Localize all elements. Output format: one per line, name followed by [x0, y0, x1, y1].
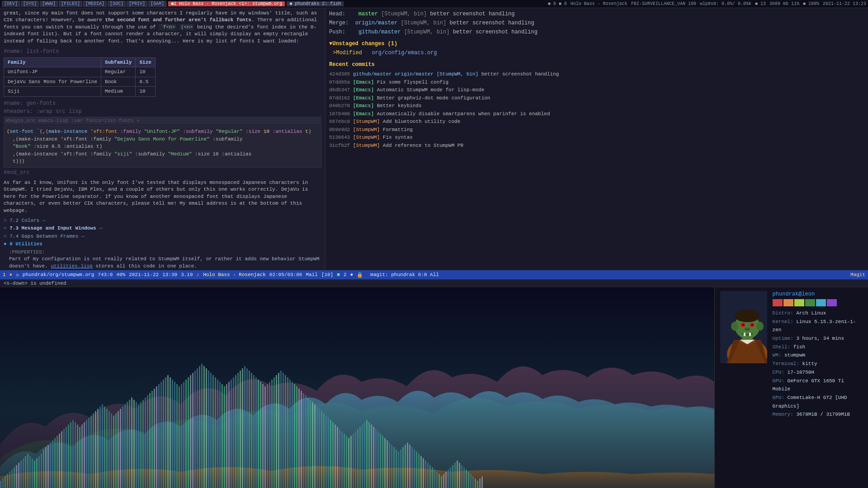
svg-rect-145 — [326, 416, 327, 488]
mail-label: Mail — [306, 272, 317, 277]
swatch-green — [805, 299, 815, 306]
commit-tags-6: [StumpWM] — [353, 119, 383, 124]
tag-soc[interactable]: [SOC] — [108, 1, 126, 7]
commit-line-2[interactable]: d6db347 [Emacs] Automatic StumpWM mode f… — [329, 86, 864, 94]
svg-rect-112 — [251, 373, 252, 488]
echo-message: <s-down> is undefined — [4, 281, 66, 286]
svg-rect-203 — [457, 460, 458, 488]
font-table: FamilySubfamilySize Unifont-JPRegular10 … — [4, 57, 156, 97]
commit-tags-9: [StumpWM] — [353, 143, 383, 148]
unstaged-header[interactable]: ▼Unstaged changes (1) — [329, 40, 864, 48]
lisp-backtick: `(,( — [37, 129, 48, 134]
svg-rect-14 — [29, 456, 31, 488]
svg-rect-84 — [188, 377, 189, 488]
magit-push-line: Push: github/master [StumpWM, bin] bette… — [329, 28, 864, 36]
modified-line[interactable]: >Modified org/config/emacs.org — [329, 49, 864, 57]
svg-rect-148 — [332, 422, 334, 488]
svg-rect-111 — [249, 371, 250, 488]
uptime-label: Uptime: — [773, 336, 793, 341]
commit-line-8[interactable]: 5138643 [StumpWM] Fix syntax — [329, 134, 864, 141]
svg-rect-65 — [145, 398, 146, 488]
commit-msg-9: Add reference to StumpWM PR — [383, 143, 463, 148]
svg-rect-155 — [348, 438, 349, 488]
magit-panel[interactable]: Head: master [StumpWM, bin] better scree… — [326, 8, 868, 270]
svg-rect-156 — [350, 436, 352, 488]
svg-rect-54 — [120, 409, 121, 488]
window-label: Holo Bass - Rosenjack — [571, 1, 627, 6]
tag-www[interactable]: [WWW] — [40, 1, 58, 7]
nav-item-73[interactable]: ○ 7.3 Message and Input Windows → — [4, 225, 321, 232]
commit-line-4[interactable]: d48b270 [Emacs] Better keybinds — [329, 102, 864, 110]
svg-rect-97 — [217, 380, 218, 488]
svg-rect-160 — [359, 427, 361, 488]
tag-sys[interactable]: [SYS] — [21, 1, 39, 7]
tag-files[interactable]: [FILES] — [59, 1, 82, 7]
svg-rect-182 — [409, 445, 410, 488]
svg-rect-158 — [355, 432, 356, 488]
svg-rect-168 — [377, 432, 379, 488]
lock-icon: 🔒 — [357, 272, 363, 278]
push-branch: github/master — [359, 29, 401, 35]
waveform-svg — [0, 287, 714, 488]
push-msg: better screenshot handling — [453, 29, 538, 35]
svg-rect-31 — [68, 425, 69, 488]
svg-rect-94 — [210, 373, 212, 488]
svg-rect-98 — [219, 382, 221, 488]
svg-rect-146 — [328, 418, 329, 488]
svg-rect-159 — [357, 429, 359, 488]
commit-line-6[interactable]: 667ebc8 [StumpWM] Add bluetooth utility … — [329, 118, 864, 126]
commit-line-5[interactable]: 1078406 [Emacs] Automatically disable sm… — [329, 110, 864, 118]
tag-dev[interactable]: [DEV] — [2, 1, 20, 7]
svg-rect-161 — [362, 425, 363, 488]
battery2: 2 — [344, 272, 347, 277]
tag-media[interactable]: [MEDIA] — [83, 1, 107, 7]
svg-rect-25 — [54, 438, 56, 488]
svg-rect-28 — [61, 432, 62, 488]
lisp-str2: "Regular" — [216, 129, 242, 134]
nav-item-74[interactable]: ○ 7.4 Gaps Between Frames → — [4, 233, 321, 240]
svg-rect-41 — [90, 416, 92, 488]
utilities-link[interactable]: utilities.lisp — [51, 263, 92, 269]
head-module: [StumpWM, bin] — [381, 11, 427, 17]
commit-line-1[interactable]: 07dd65a [Emacs] Fix some flyspell config — [329, 79, 864, 86]
table-row: SijiMedium10 — [4, 87, 156, 97]
svg-rect-208 — [468, 472, 469, 488]
svg-rect-66 — [147, 395, 148, 488]
svg-rect-16 — [34, 460, 35, 488]
svg-rect-58 — [129, 400, 130, 488]
commit-line-9[interactable]: 31cfb2f [StumpWM] Add reference to Stump… — [329, 142, 864, 150]
commit-line-7[interactable]: 0b9e9d2 [StumpWM] Formatting — [329, 126, 864, 134]
svg-rect-59 — [131, 398, 132, 488]
avatar-area: phundrak@leon Distro: Arch Linux Kernel:… — [720, 291, 863, 419]
tag-gam[interactable]: [GAM] — [148, 1, 166, 7]
svg-rect-135 — [303, 393, 304, 488]
emacs-buffer[interactable]: great, since my main font does not suppo… — [0, 8, 326, 270]
tag-priv[interactable]: [PRIV] — [127, 1, 147, 7]
commit-msg-4: Better keybinds — [377, 103, 422, 108]
svg-rect-62 — [138, 404, 139, 488]
svg-rect-96 — [215, 377, 216, 488]
color-swatches — [773, 299, 863, 306]
svg-rect-52 — [115, 413, 117, 488]
svg-rect-192 — [432, 467, 433, 488]
commit-line-0[interactable]: 424d305 github/master origin/master [Stu… — [329, 70, 864, 78]
commit-line-3[interactable]: 07dd162 [Emacs] Better graphviz-dot mode… — [329, 94, 864, 102]
svg-rect-85 — [190, 375, 191, 488]
workspace-tags[interactable]: [DEV] [SYS] [WWW] [FILES] [MEDIA] [SOC] … — [2, 1, 166, 7]
svg-rect-91 — [203, 366, 205, 488]
cpu-value: i7-10750H — [788, 370, 814, 375]
code-block[interactable]: (set-font `(,(make-instance 'xft:font :f… — [4, 126, 321, 168]
nav-item-72[interactable]: ○ 7.2 Colors → — [4, 217, 321, 225]
head-branch: master — [359, 11, 378, 17]
svg-rect-73 — [163, 380, 164, 488]
svg-rect-22 — [47, 445, 49, 488]
nav-item-8[interactable]: ● 8 Utilities — [4, 240, 321, 248]
svg-rect-175 — [393, 447, 395, 488]
hash-7: 0b9e9d2 — [329, 127, 353, 132]
svg-point-227 — [745, 328, 747, 330]
commit-msg-1: Fix some flyspell config — [377, 80, 448, 85]
svg-rect-20 — [43, 449, 44, 488]
merge-branch: origin/master — [355, 20, 398, 26]
commit-tags-2: [Emacs] — [353, 87, 377, 93]
svg-rect-209 — [470, 474, 472, 488]
